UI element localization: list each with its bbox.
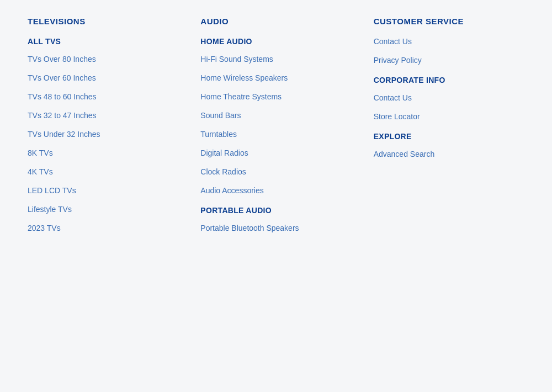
subsection-title-all-tvs: ALL TVS xyxy=(28,37,178,46)
section-customer-service: Contact UsPrivacy Policy xyxy=(374,37,524,65)
link-televisions-0-5[interactable]: 8K TVs xyxy=(28,149,178,157)
link-televisions-0-3[interactable]: TVs 32 to 47 Inches xyxy=(28,111,178,120)
subsection-title-explore: EXPLORE xyxy=(374,132,524,141)
section-corporate-info: CORPORATE INFOContact UsStore Locator xyxy=(374,76,524,121)
link-right-column-0-1[interactable]: Privacy Policy xyxy=(374,56,524,65)
subsection-title-corporate-info: CORPORATE INFO xyxy=(374,76,524,84)
link-audio-0-4[interactable]: Turntables xyxy=(200,130,351,139)
link-televisions-0-9[interactable]: 2023 TVs xyxy=(28,224,178,232)
link-televisions-0-7[interactable]: LED LCD TVs xyxy=(28,186,178,195)
link-televisions-0-4[interactable]: TVs Under 32 Inches xyxy=(28,130,178,139)
link-audio-0-1[interactable]: Home Wireless Speakers xyxy=(200,73,351,82)
link-audio-0-2[interactable]: Home Theatre Systems xyxy=(200,92,351,101)
link-right-column-2-0[interactable]: Advanced Search xyxy=(374,150,524,158)
link-right-column-1-0[interactable]: Contact Us xyxy=(374,93,524,102)
link-audio-0-3[interactable]: Sound Bars xyxy=(200,111,351,120)
column-title-audio: AUDIO xyxy=(200,17,351,26)
link-audio-0-5[interactable]: Digital Radios xyxy=(200,149,351,157)
column-title-televisions: TELEVISIONS xyxy=(28,17,178,26)
subsection-title-portable-audio: PORTABLE AUDIO xyxy=(200,206,351,215)
link-televisions-0-2[interactable]: TVs 48 to 60 Inches xyxy=(28,92,178,101)
link-audio-0-0[interactable]: Hi-Fi Sound Systems xyxy=(200,55,351,63)
section-portable-audio: PORTABLE AUDIOPortable Bluetooth Speaker… xyxy=(200,206,351,232)
menu-grid: TELEVISIONSALL TVSTVs Over 80 InchesTVs … xyxy=(22,17,530,242)
link-televisions-0-1[interactable]: TVs Over 60 Inches xyxy=(28,73,178,82)
column-audio: AUDIOHOME AUDIOHi-Fi Sound SystemsHome W… xyxy=(195,17,357,242)
column-televisions: TELEVISIONSALL TVSTVs Over 80 InchesTVs … xyxy=(22,17,184,242)
link-audio-1-0[interactable]: Portable Bluetooth Speakers xyxy=(200,224,351,232)
link-audio-0-6[interactable]: Clock Radios xyxy=(200,167,351,176)
link-televisions-0-8[interactable]: Lifestyle TVs xyxy=(28,205,178,214)
link-audio-0-7[interactable]: Audio Accessories xyxy=(200,186,351,195)
link-televisions-0-0[interactable]: TVs Over 80 Inches xyxy=(28,55,178,63)
section-explore: EXPLOREAdvanced Search xyxy=(374,132,524,158)
subsection-title-home-audio: HOME AUDIO xyxy=(200,37,351,46)
section-all-tvs: ALL TVSTVs Over 80 InchesTVs Over 60 Inc… xyxy=(28,37,178,232)
column-right-column: CUSTOMER SERVICEContact UsPrivacy Policy… xyxy=(368,17,530,242)
section-home-audio: HOME AUDIOHi-Fi Sound SystemsHome Wirele… xyxy=(200,37,351,195)
link-right-column-0-0[interactable]: Contact Us xyxy=(374,37,524,46)
link-televisions-0-6[interactable]: 4K TVs xyxy=(28,167,178,176)
link-right-column-1-1[interactable]: Store Locator xyxy=(374,112,524,121)
column-title-right-column: CUSTOMER SERVICE xyxy=(374,17,524,26)
